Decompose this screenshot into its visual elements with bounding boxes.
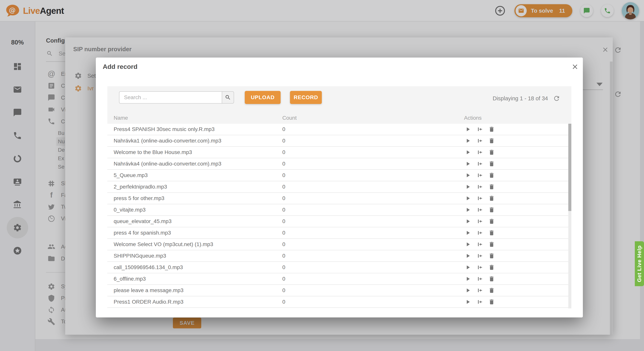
play-icon[interactable] [464,137,472,145]
play-icon[interactable] [464,298,472,306]
row-actions [464,275,568,283]
file-count: 0 [282,172,464,178]
trash-icon[interactable] [488,206,496,214]
liveagent-app: @ LiveAgent To solve 11 80% [0,0,644,351]
close-icon[interactable] [570,62,580,71]
file-count: 0 [282,299,464,305]
play-icon[interactable] [464,125,472,133]
skip-to-start-icon[interactable] [476,275,484,283]
skip-to-start-icon[interactable] [476,206,484,214]
table-scrollbar[interactable] [568,124,571,308]
file-count: 0 [282,241,464,247]
row-actions [464,286,568,294]
column-header-count: Count [282,115,464,121]
skip-to-start-icon[interactable] [476,263,484,271]
paging-text: Displaying 1 - 18 of 34 [492,95,548,102]
table-row: SHIPPINGqueue.mp3 0 [107,250,568,262]
file-name: 0_vitajte.mp3 [107,207,282,213]
search-button[interactable] [222,91,234,104]
file-count: 0 [282,253,464,259]
row-actions [464,160,568,168]
play-icon[interactable] [464,252,472,260]
play-icon[interactable] [464,194,472,202]
trash-icon[interactable] [488,240,496,248]
skip-to-start-icon[interactable] [476,148,484,156]
trash-icon[interactable] [488,298,496,306]
file-count: 0 [282,218,464,224]
file-name: Press1 ORDER Audio.R.mp3 [107,299,282,305]
refresh-icon[interactable] [553,95,560,102]
skip-to-start-icon[interactable] [476,240,484,248]
skip-to-start-icon[interactable] [476,286,484,294]
file-name: 6_offline.mp3 [107,276,282,282]
play-icon[interactable] [464,240,472,248]
skip-to-start-icon[interactable] [476,229,484,237]
records-table: Press4 SPANISH 30sec music only.R.mp3 0 … [107,124,568,308]
skip-to-start-icon[interactable] [476,252,484,260]
scrollbar-thumb[interactable] [568,124,571,211]
trash-icon[interactable] [488,263,496,271]
skip-to-start-icon[interactable] [476,183,484,191]
trash-icon[interactable] [488,125,496,133]
file-count: 0 [282,138,464,144]
column-header-actions: Actions [464,115,568,121]
table-row: please leave a message.mp3 0 [107,285,568,296]
file-count: 0 [282,230,464,236]
row-actions [464,263,568,271]
table-row: queue_elevator_45.mp3 0 [107,216,568,227]
file-count: 0 [282,149,464,155]
search-input[interactable] [119,91,222,104]
play-icon[interactable] [464,286,472,294]
skip-to-start-icon[interactable] [476,171,484,179]
file-name: please leave a message.mp3 [107,287,282,293]
trash-icon[interactable] [488,217,496,225]
upload-button[interactable]: UPLOAD [245,91,280,104]
file-count: 0 [282,207,464,213]
skip-to-start-icon[interactable] [476,217,484,225]
table-row: press 5 for other.mp3 0 [107,193,568,204]
skip-to-start-icon[interactable] [476,137,484,145]
file-count: 0 [282,161,464,167]
trash-icon[interactable] [488,148,496,156]
play-icon[interactable] [464,160,472,168]
file-name: 2_perfektnipradlo.mp3 [107,184,282,190]
row-actions [464,183,568,191]
trash-icon[interactable] [488,286,496,294]
play-icon[interactable] [464,171,472,179]
file-name: Welcome to the Blue House.mp3 [107,149,282,155]
trash-icon[interactable] [488,252,496,260]
table-row: Welcome to the Blue House.mp3 0 [107,147,568,158]
skip-to-start-icon[interactable] [476,194,484,202]
record-button[interactable]: RECORD [290,91,322,104]
add-record-modal: Add record UPLOAD RECORD Displaying 1 - … [96,58,583,317]
table-header: Name Count Actions [107,112,568,124]
file-count: 0 [282,126,464,132]
get-live-help-tab[interactable]: Get Live Help [635,241,644,286]
play-icon[interactable] [464,263,472,271]
trash-icon[interactable] [488,275,496,283]
trash-icon[interactable] [488,160,496,168]
trash-icon[interactable] [488,137,496,145]
table-row: press 4 for spanish.mp3 0 [107,227,568,239]
row-actions [464,125,568,133]
skip-to-start-icon[interactable] [476,160,484,168]
trash-icon[interactable] [488,183,496,191]
row-actions [464,137,568,145]
skip-to-start-icon[interactable] [476,125,484,133]
file-name: SHIPPINGqueue.mp3 [107,253,282,259]
play-icon[interactable] [464,275,472,283]
table-row: Press1 ORDER Audio.R.mp3 0 [107,296,568,308]
play-icon[interactable] [464,206,472,214]
play-icon[interactable] [464,148,472,156]
play-icon[interactable] [464,217,472,225]
trash-icon[interactable] [488,229,496,237]
skip-to-start-icon[interactable] [476,298,484,306]
play-icon[interactable] [464,229,472,237]
table-row: 0_vitajte.mp3 0 [107,204,568,216]
trash-icon[interactable] [488,171,496,179]
trash-icon[interactable] [488,194,496,202]
file-name: press 5 for other.mp3 [107,195,282,201]
play-icon[interactable] [464,183,472,191]
file-name: Press4 SPANISH 30sec music only.R.mp3 [107,126,282,132]
table-row: 5_Queue.mp3 0 [107,170,568,181]
